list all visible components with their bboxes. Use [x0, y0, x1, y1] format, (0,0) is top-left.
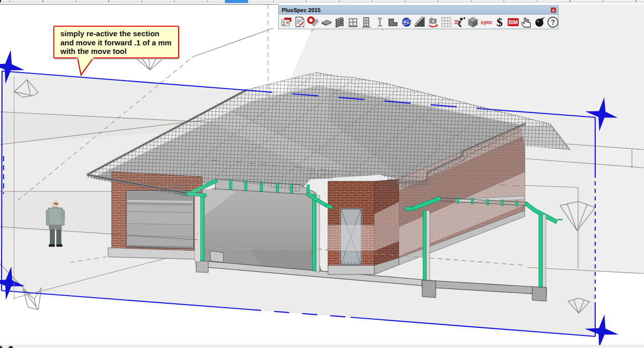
svg-text:sync: sync	[480, 20, 492, 25]
svg-text:?: ?	[551, 18, 555, 26]
svg-text:IFC: IFC	[403, 20, 410, 25]
svg-text:BIM: BIM	[508, 20, 517, 25]
svg-text:$: $	[497, 16, 503, 28]
